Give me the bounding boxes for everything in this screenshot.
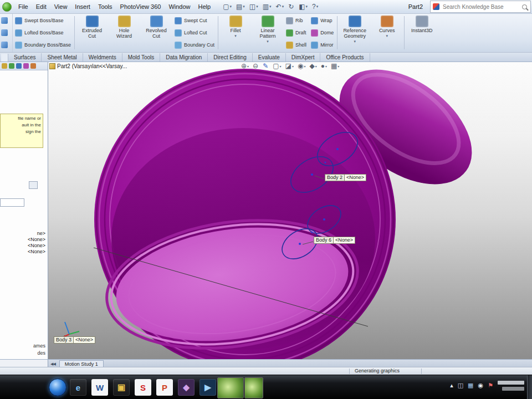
body-callout[interactable]: Body 3 <None> (54, 336, 95, 344)
panel-bottom-label[interactable]: des (0, 350, 45, 357)
zoom-to-fit-icon[interactable]: ⊕ ▾ (241, 63, 249, 69)
commandmanager-tab[interactable]: Direct Editing (208, 53, 252, 62)
zoom-to-area-icon[interactable]: ⊖ (253, 63, 259, 69)
feature-icon (229, 16, 242, 27)
app-purple-icon[interactable]: ◆ (178, 379, 195, 396)
rebuild-icon[interactable]: ↻ (286, 3, 296, 11)
lofted-cut-button[interactable]: Lofted Cut (175, 28, 214, 38)
lofted-boss-base-button[interactable]: Lofted Boss/Base (15, 28, 71, 38)
folder-icon[interactable]: ▣ (113, 379, 130, 396)
cut-stack-group: Swept Cut Lofted Cut Boundary Cut (172, 13, 217, 52)
edit-appearance-icon[interactable]: ◆ ▾ (309, 63, 316, 69)
menu-item[interactable]: Edit (32, 2, 50, 12)
solidworks-logo-icon[interactable] (2, 2, 12, 12)
clipped-boss-buttons[interactable] (0, 13, 13, 52)
display-style-icon[interactable]: ◪ ▾ (285, 63, 294, 69)
view-orientation-icon[interactable]: ▢ ▾ (273, 63, 281, 69)
commandmanager-tab[interactable]: Evaluate (253, 53, 286, 62)
reference-geometry-button[interactable]: Reference Geometry ▾ (339, 13, 371, 52)
commandmanager-tab[interactable]: Office Products (320, 53, 370, 62)
instant3d-button[interactable]: Instant3D (406, 13, 438, 52)
photo-thumbnail[interactable] (244, 377, 263, 398)
chevron-down-icon: ▾ (337, 64, 339, 68)
panel-input-field[interactable] (0, 198, 24, 207)
boundary-cut-button[interactable]: Boundary Cut (175, 40, 214, 50)
boundary-boss-base-button[interactable]: Boundary Boss/Base (15, 40, 71, 50)
commandmanager-tab[interactable]: Weldments (83, 53, 122, 62)
swept-cut-button[interactable]: Swept Cut (175, 16, 214, 25)
hole-wizard-button[interactable]: Hole Wizard (108, 13, 140, 52)
configurationmanager-tab-icon[interactable] (16, 63, 22, 69)
feature-tree-item[interactable]: <None> (0, 237, 47, 243)
draft-button[interactable]: Draft (286, 28, 306, 38)
word-icon[interactable]: W (91, 379, 108, 396)
hide-show-items-icon[interactable]: ◉ ▾ (298, 63, 306, 69)
tab-partial-features[interactable] (1, 54, 8, 62)
help-icon[interactable]: ? ▾ (310, 3, 320, 11)
media-player-icon[interactable]: ▶ (200, 379, 216, 396)
body-callout[interactable]: Body 2 <None> (325, 174, 366, 181)
shell-button[interactable]: Shell (286, 40, 306, 50)
options-icon[interactable]: ◧ ▾ (296, 3, 310, 11)
menu-item[interactable]: Window (165, 2, 194, 12)
search-input[interactable] (442, 3, 520, 11)
tray-flag-icon[interactable]: ⚑ (488, 382, 493, 388)
feature-tree-item[interactable]: <None> (0, 243, 47, 249)
document-tree-label[interactable]: Part2 (Varsayılan<<Varsay... (49, 63, 127, 69)
menu-item[interactable]: View (50, 2, 71, 12)
graphics-viewport[interactable]: Part2 (Varsayılan<<Varsay... ⊕ ▾ ⊖ (48, 62, 532, 359)
panel-bottom-edge (0, 360, 48, 367)
clock[interactable] (498, 381, 524, 393)
tray-app-icon[interactable]: ◫ (458, 382, 463, 388)
extruded-cut-button[interactable]: Extruded Cut (76, 13, 108, 52)
start-button[interactable] (49, 378, 66, 396)
swept-boss-base-button[interactable]: Swept Boss/Base (15, 16, 71, 25)
tray-expand-icon[interactable]: ▴ (450, 382, 453, 388)
menu-item[interactable]: Help (195, 2, 215, 12)
feature-tree-item[interactable]: <None> (0, 249, 47, 255)
menu-item[interactable]: PhotoView 360 (116, 2, 165, 12)
view-settings-icon[interactable]: ▦ ▾ (331, 63, 339, 69)
panel-bottom-label[interactable]: ames (0, 342, 45, 350)
fillet-button[interactable]: Fillet ▾ (219, 13, 252, 52)
wrap-button[interactable]: Wrap (311, 16, 334, 25)
featuremanager-tree-tab-icon[interactable] (2, 63, 7, 69)
linear-pattern-button[interactable]: Linear Pattern ▾ (252, 13, 284, 52)
revolved-cut-button[interactable]: Revolved Cut (140, 13, 172, 52)
commandmanager-tab[interactable]: Mold Tools (122, 53, 161, 62)
mirror-button[interactable]: Mirror (311, 40, 334, 50)
rib-button[interactable]: Rib (286, 16, 306, 25)
menu-item[interactable]: Tools (94, 2, 116, 12)
heads-up-toolbar: ⊕ ▾ ⊖ ✎ ▢ ▾ (241, 63, 339, 69)
new-document-icon[interactable]: ▢ ▾ (221, 3, 234, 11)
save-icon[interactable]: ◫ ▾ (247, 3, 260, 11)
boss-feature-icon (1, 42, 8, 48)
panel-mini-button[interactable] (29, 181, 38, 189)
search-icon[interactable] (522, 4, 527, 9)
feature-tree-item[interactable]: ne> (0, 231, 47, 237)
commandmanager-tab[interactable]: DimXpert (286, 53, 321, 62)
dome-button[interactable]: Dome (311, 28, 334, 38)
powerpoint-icon[interactable]: P (156, 379, 173, 396)
dimxpertmanager-tab-icon[interactable] (23, 63, 29, 69)
displaymanager-tab-icon[interactable] (30, 63, 36, 69)
solidworks-icon[interactable]: S (135, 379, 151, 396)
menu-item[interactable]: File (14, 2, 32, 12)
menu-item[interactable]: Insert (71, 2, 94, 12)
curves-button[interactable]: Curves ▾ (371, 13, 403, 52)
internet-explorer-icon[interactable]: e (70, 379, 86, 396)
commandmanager-tab[interactable]: Sheet Metal (42, 53, 83, 62)
print-icon[interactable]: ▥ ▾ (260, 3, 274, 11)
commandmanager-tab[interactable]: Surfaces (8, 53, 42, 62)
body-callout[interactable]: Body 6 <None> (314, 237, 355, 244)
sketch-pencil-icon[interactable]: ✎ (263, 63, 269, 69)
undo-icon[interactable]: ↶ ▾ (274, 3, 287, 11)
tray-network-icon[interactable]: ▦ (468, 382, 473, 388)
open-icon[interactable]: ▤ ▾ (234, 3, 247, 11)
photo-thumbnail[interactable] (217, 377, 244, 398)
propertymanager-tab-icon[interactable] (9, 63, 14, 69)
apply-scene-icon[interactable]: ● ▾ (321, 63, 327, 69)
tray-volume-icon[interactable]: ◉ (478, 382, 484, 388)
commandmanager-tab[interactable]: Data Migration (160, 53, 208, 62)
show-desktop-button[interactable] (527, 375, 532, 399)
